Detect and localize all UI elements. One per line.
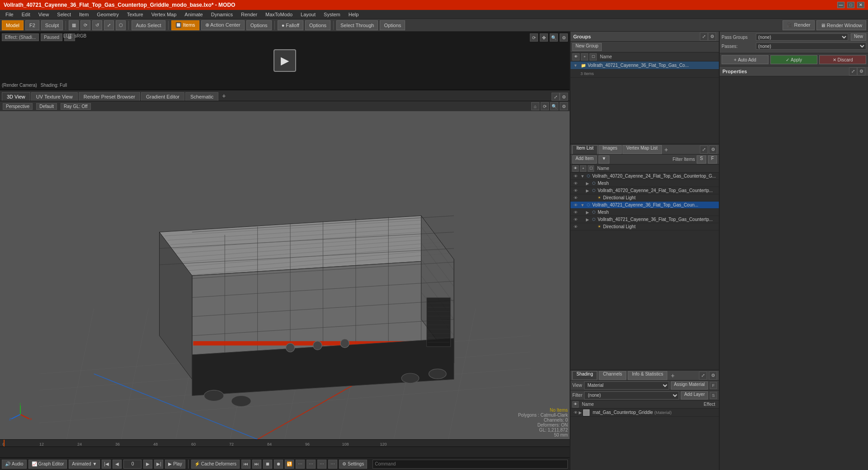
tool-icon-5[interactable]: ⬡ <box>116 20 126 30</box>
il-arrow-1[interactable]: ▼ <box>580 174 585 179</box>
il-eye-7[interactable]: 👁 <box>572 216 579 223</box>
tool-icon-1[interactable]: ▦ <box>69 20 79 30</box>
auto-select-button[interactable]: Auto Select <box>132 20 165 30</box>
options2-button[interactable]: Options <box>305 20 330 30</box>
group-row-1[interactable]: ▼ 📁 Vollrath_40721_Cayenne_36_Flat_Top_G… <box>571 61 719 70</box>
il-eye-6[interactable]: 👁 <box>572 209 579 216</box>
menu-item-file[interactable]: File <box>2 11 17 18</box>
viewport-ray-gl[interactable]: Ray GL: Off <box>61 103 91 110</box>
viewport-3d[interactable]: Perspective Default Ray GL: Off ⌂ ⟳ 🔍 ⚙ <box>0 101 570 439</box>
il-row-4[interactable]: 👁 ☀ Directional Light <box>571 194 719 202</box>
viewport-perspective[interactable]: Perspective <box>3 103 33 110</box>
il-arrow-2[interactable]: ▶ <box>586 181 590 186</box>
tab-vertex-map[interactable]: Vertex Map List <box>623 145 662 154</box>
new-pass-button[interactable]: New <box>851 33 866 41</box>
menu-item-geometry[interactable]: Geometry <box>93 11 122 18</box>
menu-item-select[interactable]: Select <box>53 11 75 18</box>
menu-item-dynamics[interactable]: Dynamics <box>208 11 236 18</box>
falloff-button[interactable]: ● Falloff <box>278 20 303 30</box>
tab-item-list[interactable]: Item List <box>572 145 598 154</box>
transport-icon-1[interactable]: ⏮ <box>241 460 250 469</box>
props-expand-btn[interactable]: ⤢ <box>849 67 857 75</box>
minimize-button[interactable]: — <box>837 2 844 8</box>
passes-select[interactable]: (none) <box>756 42 866 50</box>
menu-item-vertex map[interactable]: Vertex Map <box>148 11 180 18</box>
vp-zoom-btn[interactable]: 🔍 <box>550 102 558 110</box>
il-row-2[interactable]: 👁 ▶ ⬡ Mesh <box>571 180 719 187</box>
vp-settings-btn[interactable]: ⚙ <box>560 102 568 110</box>
group-sub-row[interactable]: 3 Items <box>571 70 719 78</box>
render-button[interactable]: 🎥 Render <box>783 20 815 30</box>
il-arrow-5[interactable]: ▼ <box>580 203 585 207</box>
tab-channels[interactable]: Channels <box>599 371 626 380</box>
tab-gradient-editor[interactable]: Gradient Editor <box>141 92 184 101</box>
sh-arrow-1[interactable]: ▶ <box>579 410 583 415</box>
il-eye-2[interactable]: 👁 <box>572 180 579 187</box>
settings-button[interactable]: ⚙ Settings <box>339 460 367 469</box>
transport-icon-5[interactable]: 🔁 <box>285 460 294 469</box>
transport-icon-9[interactable]: ⋯ <box>328 460 337 469</box>
il-eye-col[interactable]: 👁 <box>572 165 579 172</box>
options3-button[interactable]: Options <box>380 20 405 30</box>
il-row-5[interactable]: 👁 ▼ ⬡ Vollrath_40721_Cayenne_36_Flat_Top… <box>571 202 719 209</box>
auto-add-button[interactable]: + Auto Add <box>722 55 769 64</box>
preview-ctrl-1[interactable]: ⟳ <box>530 33 538 42</box>
sh-row-1[interactable]: 👁 ▶ mat_Gas_Countertop_Griddle (Material… <box>571 409 719 417</box>
shading-expand-btn[interactable]: ⤢ <box>699 371 707 380</box>
maximize-button[interactable]: □ <box>847 2 854 8</box>
filter-f-key[interactable]: F <box>710 382 717 389</box>
close-button[interactable]: ✕ <box>857 2 864 8</box>
props-settings-btn[interactable]: ⚙ <box>857 67 865 75</box>
tab-shading[interactable]: Shading <box>572 371 597 380</box>
item-list-expand-btn[interactable]: ⤢ <box>700 146 708 154</box>
il-arrow-7[interactable]: ▶ <box>586 217 590 222</box>
il-row-1[interactable]: 👁 ▼ ⬡ Vollrath_40720_Cayenne_24_Flat_Top… <box>571 173 719 180</box>
preview-ctrl-3[interactable]: 🔍 <box>550 33 558 42</box>
shading-settings-btn[interactable]: ⚙ <box>709 371 717 380</box>
il-eye-5[interactable]: 👁 <box>572 202 579 208</box>
add-item-button[interactable]: Add Item <box>572 155 597 164</box>
viewport-tab-ctrl-1[interactable]: ⤢ <box>552 93 560 101</box>
tab-3d-view[interactable]: 3D View <box>2 92 30 101</box>
il-row-3[interactable]: 👁 ▶ ⬡ Vollrath_40720_Cayenne_24_Flat_Top… <box>571 187 719 194</box>
play-button[interactable]: ▶ Play <box>165 460 185 469</box>
filter-s-key[interactable]: S <box>710 392 717 399</box>
menu-item-help[interactable]: Help <box>345 11 363 18</box>
select-through-button[interactable]: Select Through <box>336 20 378 30</box>
il-arrow-3[interactable]: ▶ <box>586 188 590 193</box>
tab-uv-texture[interactable]: UV Texture View <box>31 92 78 101</box>
menu-item-maxtomodo[interactable]: MaxToModo <box>262 11 296 18</box>
il-add-col[interactable]: + <box>580 165 586 172</box>
vp-home-btn[interactable]: ⌂ <box>531 102 539 110</box>
il-row-6[interactable]: 👁 ▶ ⬡ Mesh <box>571 209 719 216</box>
preview-ctrl-2[interactable]: ✤ <box>540 33 548 42</box>
tab-info-stats[interactable]: Info & Statistics <box>628 371 667 380</box>
items-button[interactable]: 🔲 Items <box>171 20 199 30</box>
assign-material-button[interactable]: Assign Material <box>671 381 708 390</box>
tab-schematic[interactable]: Schematic <box>185 92 218 101</box>
pass-groups-select[interactable]: (none) <box>756 33 848 41</box>
cache-deformers-button[interactable]: ⚡ Cache Deformers <box>191 460 240 469</box>
il-eye-3[interactable]: 👁 <box>572 188 579 194</box>
transport-icon-8[interactable]: ⋯ <box>317 460 326 469</box>
item-list-settings-btn[interactable]: ⚙ <box>709 146 717 154</box>
filter-f-btn[interactable]: F <box>708 155 717 164</box>
transport-icon-3[interactable]: ⏹ <box>263 460 272 469</box>
prev-frame-button[interactable]: ◀ <box>113 460 122 469</box>
prev-keyframe-button[interactable]: |◀ <box>102 460 111 469</box>
add-layer-button[interactable]: Add Layer <box>681 391 708 400</box>
apply-button[interactable]: ✓ Apply <box>770 55 817 64</box>
add-item-dropdown[interactable]: ▼ <box>599 155 609 164</box>
transport-icon-7[interactable]: ⋯ <box>307 460 316 469</box>
new-group-button[interactable]: New Group <box>572 43 602 51</box>
frame-input[interactable]: 0 <box>123 460 142 469</box>
tool-icon-4[interactable]: ⤢ <box>104 20 114 30</box>
menu-item-texture[interactable]: Texture <box>123 11 147 18</box>
menu-item-view[interactable]: View <box>35 11 53 18</box>
mode-sculpt-button[interactable]: Sculpt <box>41 20 63 30</box>
vp-sync-btn[interactable]: ⟳ <box>541 102 549 110</box>
il-eye-1[interactable]: 👁 <box>572 173 579 179</box>
add-shading-tab[interactable]: + <box>669 372 676 379</box>
paused-button[interactable]: Paused <box>41 33 62 41</box>
il-check-col[interactable]: ☐ <box>588 165 594 172</box>
